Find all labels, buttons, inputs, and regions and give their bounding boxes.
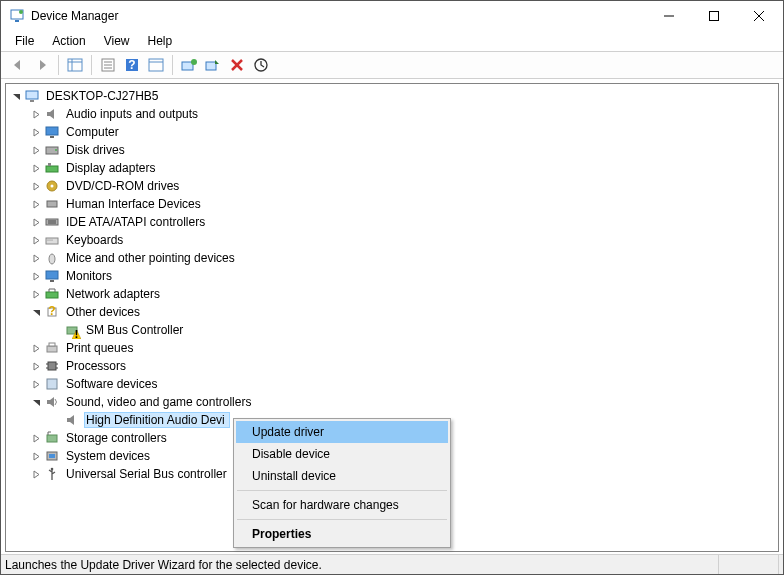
node-label: Print queues [64,341,135,355]
svg-point-19 [191,59,197,65]
tree-category[interactable]: Keyboards [6,231,778,249]
device-icon [44,196,60,212]
chevron-right-icon[interactable] [30,126,42,138]
menu-help[interactable]: Help [140,32,181,50]
svg-rect-30 [46,166,58,172]
context-menu-uninstall-device[interactable]: Uninstall device [236,465,448,487]
node-label: DVD/CD-ROM drives [64,179,181,193]
back-button[interactable] [7,54,29,76]
menu-file[interactable]: File [7,32,42,50]
node-label: IDE ATA/ATAPI controllers [64,215,207,229]
tree-root[interactable]: DESKTOP-CJ27HB5 [6,87,778,105]
menu-action[interactable]: Action [44,32,93,50]
context-menu-update-driver[interactable]: Update driver [236,421,448,443]
chevron-right-icon[interactable] [30,108,42,120]
action-button[interactable] [145,54,167,76]
menu-view[interactable]: View [96,32,138,50]
chevron-right-icon[interactable] [30,468,42,480]
node-label: SM Bus Controller [84,323,185,337]
node-label: Processors [64,359,128,373]
tree-device[interactable]: !SM Bus Controller [6,321,778,339]
forward-button[interactable] [31,54,53,76]
svg-rect-26 [46,127,58,135]
chevron-right-icon[interactable] [30,378,42,390]
chevron-down-icon[interactable] [30,396,42,408]
svg-text:?: ? [48,305,55,318]
chevron-right-icon[interactable] [30,450,42,462]
svg-rect-4 [709,12,718,21]
computer-icon [24,88,40,104]
node-label: Keyboards [64,233,125,247]
context-menu-properties[interactable]: Properties [236,523,448,545]
chevron-right-icon[interactable] [30,270,42,282]
chevron-right-icon[interactable] [30,252,42,264]
device-icon [44,358,60,374]
tree-category[interactable]: Disk drives [6,141,778,159]
context-menu-scan-hardware[interactable]: Scan for hardware changes [236,494,448,516]
tree-category[interactable]: Computer [6,123,778,141]
chevron-right-icon[interactable] [30,216,42,228]
tree-category[interactable]: Software devices [6,375,778,393]
close-button[interactable] [736,2,781,30]
show-hide-tree-button[interactable] [64,54,86,76]
chevron-right-icon[interactable] [30,288,42,300]
disable-button[interactable] [250,54,272,76]
toolbar-separator [172,55,173,75]
minimize-button[interactable] [646,2,691,30]
tree-category[interactable]: Processors [6,357,778,375]
node-label: Monitors [64,269,114,283]
chevron-right-icon[interactable] [30,432,42,444]
tree-category[interactable]: ?Other devices [6,303,778,321]
svg-rect-43 [46,271,58,279]
maximize-button[interactable] [691,2,736,30]
properties-button[interactable] [97,54,119,76]
svg-rect-16 [149,59,163,71]
toolbar: ? [1,51,783,79]
device-icon [44,178,60,194]
svg-rect-25 [30,100,34,102]
svg-rect-1 [15,20,19,22]
context-menu-disable-device[interactable]: Disable device [236,443,448,465]
tree-category[interactable]: DVD/CD-ROM drives [6,177,778,195]
chevron-right-icon[interactable] [30,144,42,156]
chevron-down-icon[interactable] [10,90,22,102]
svg-point-39 [48,240,49,241]
device-icon [44,268,60,284]
device-icon: ! [64,322,80,338]
chevron-right-icon[interactable] [30,234,42,246]
svg-point-2 [19,10,23,14]
context-menu-separator [237,519,447,520]
svg-rect-44 [50,280,54,282]
device-icon [44,124,60,140]
node-label: Universal Serial Bus controller [64,467,229,481]
node-label: Audio inputs and outputs [64,107,200,121]
chevron-right-icon[interactable] [30,360,42,372]
tree-category[interactable]: Audio inputs and outputs [6,105,778,123]
tree-category[interactable]: Mice and other pointing devices [6,249,778,267]
chevron-right-icon[interactable] [30,198,42,210]
svg-rect-50 [47,346,57,352]
chevron-right-icon[interactable] [30,342,42,354]
tree-category[interactable]: Human Interface Devices [6,195,778,213]
tree-category[interactable]: Sound, video and game controllers [6,393,778,411]
tree-category[interactable]: Print queues [6,339,778,357]
svg-rect-51 [49,343,55,346]
chevron-right-icon[interactable] [30,162,42,174]
tree-category[interactable]: Display adapters [6,159,778,177]
svg-point-33 [51,185,54,188]
menubar: File Action View Help [1,31,783,51]
update-driver-button[interactable] [178,54,200,76]
svg-rect-34 [47,201,57,207]
uninstall-button[interactable] [226,54,248,76]
tree-category[interactable]: IDE ATA/ATAPI controllers [6,213,778,231]
chevron-right-icon[interactable] [30,180,42,192]
device-icon [64,412,80,428]
device-icon: ? [44,304,60,320]
help-button[interactable]: ? [121,54,143,76]
tree-category[interactable]: Monitors [6,267,778,285]
chevron-down-icon[interactable] [30,306,42,318]
scan-hardware-button[interactable] [202,54,224,76]
tree-category[interactable]: Network adapters [6,285,778,303]
toolbar-separator [91,55,92,75]
node-label: Software devices [64,377,159,391]
